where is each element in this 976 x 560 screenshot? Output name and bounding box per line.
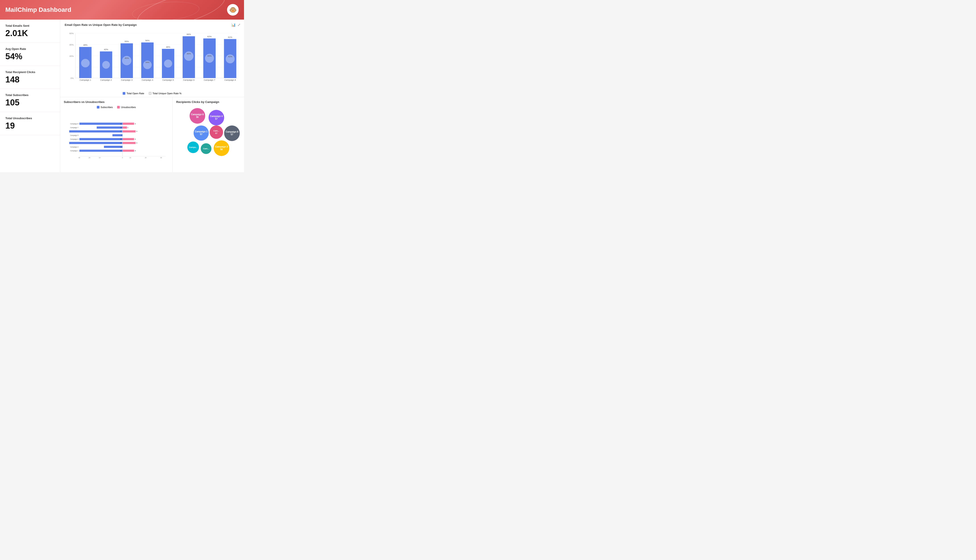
legend-subscribes-box: [97, 106, 99, 108]
bubble-chart-area: Campaign 656Campaign 457Campaign 157Cam.…: [176, 106, 241, 155]
svg-text:20%: 20%: [69, 55, 74, 57]
svg-text:10: 10: [129, 157, 131, 158]
expand-icon[interactable]: ⤢: [237, 23, 241, 27]
stat-label-total-subscribes: Total Subscribes: [5, 93, 55, 97]
stat-value-total-emails-sent: 2.01K: [5, 29, 55, 38]
legend-blue-box: [123, 92, 125, 95]
svg-text:37: 37: [120, 131, 122, 132]
svg-text:60%: 60%: [69, 32, 74, 35]
bubble-label: Campaign 4: [210, 115, 223, 118]
bubble-0: Campaign 656: [190, 108, 205, 124]
svg-rect-59: [123, 123, 134, 125]
svg-text:Campaign 7: Campaign 7: [70, 127, 79, 128]
svg-text:61%: 61%: [228, 36, 232, 38]
svg-text:Campaign 2: Campaign 2: [70, 146, 79, 148]
svg-text:40%: 40%: [69, 43, 74, 46]
legend-unique-open-rate: Total Unique Open Rate %: [149, 92, 182, 95]
bar-chart-svg: 60% 40% 20% 0% 49% Campaign 1 42% Campai…: [65, 29, 239, 91]
mailchimp-logo: 🐵: [227, 4, 239, 16]
stat-value-total-recipient-clicks: 148: [5, 75, 55, 85]
svg-text:40%: 40%: [207, 55, 212, 57]
svg-text:9: 9: [137, 142, 137, 144]
svg-rect-77: [123, 138, 134, 140]
svg-text:8: 8: [135, 150, 136, 152]
bubble-value: 56: [196, 116, 199, 118]
legend-unique-open-rate-label: Total Unique Open Rate %: [152, 92, 182, 95]
svg-text:Campaign 8: Campaign 8: [224, 79, 236, 81]
svg-text:13: 13: [120, 146, 122, 148]
svg-text:34%: 34%: [145, 61, 150, 63]
svg-text:Campaign 8: Campaign 8: [70, 123, 79, 125]
svg-rect-62: [97, 127, 123, 129]
svg-text:42%: 42%: [228, 55, 232, 58]
svg-rect-88: [79, 150, 122, 152]
bubble-label: Cam...: [213, 130, 219, 132]
svg-text:49%: 49%: [83, 44, 88, 46]
legend-outline-box: [149, 92, 151, 95]
main-content: Total Emails Sent 2.01K Avg Open Rate 54…: [0, 20, 244, 172]
svg-text:Campaign 1: Campaign 1: [80, 79, 91, 81]
email-open-rate-title: Email Open Rate vs Unique Open Rate by C…: [65, 23, 239, 27]
email-open-rate-chart: 📊 ⤢ Email Open Rate vs Unique Open Rate …: [60, 20, 244, 97]
svg-text:42%: 42%: [104, 48, 109, 51]
stat-value-total-unsubscribes: 19: [5, 121, 55, 131]
svg-text:9: 9: [137, 131, 137, 132]
bubble-chart: Recipients Clicks by Campaign Campaign 6…: [173, 97, 244, 172]
bubble-5: Campa...: [187, 142, 199, 153]
legend-subscribes: Subscribes: [97, 106, 113, 108]
bubble-label: Campaign 3: [215, 145, 228, 148]
stat-label-total-emails-sent: Total Emails Sent: [5, 24, 55, 27]
svg-text:62%: 62%: [207, 35, 212, 38]
legend-total-open-rate: Total Open Rate: [123, 92, 144, 95]
bubble-4: Campaign 857: [224, 125, 240, 141]
legend-total-open-rate-label: Total Open Rate: [127, 92, 144, 95]
bubble-value: 57: [200, 133, 202, 136]
bubble-label: Campaign 6: [191, 113, 204, 116]
subscribers-svg: 30 20 10 0 10 20 30 Campaign 8 30 8: [64, 110, 169, 168]
svg-text:Campaign 5: Campaign 5: [162, 79, 174, 81]
svg-rect-67: [69, 130, 122, 133]
svg-text:18: 18: [120, 127, 122, 128]
subscribers-legend: Subscribes Unsubscribes: [64, 106, 169, 108]
svg-text:20: 20: [89, 157, 90, 158]
charts-area: 📊 ⤢ Email Open Rate vs Unique Open Rate …: [60, 20, 244, 172]
svg-text:0: 0: [122, 157, 123, 158]
svg-rect-85: [104, 146, 122, 148]
svg-text:Campaign 6: Campaign 6: [183, 79, 194, 81]
svg-text:30: 30: [120, 138, 122, 140]
stat-label-total-recipient-clicks: Total Recipient Clicks: [5, 70, 55, 74]
bar-chart-area: 60% 40% 20% 0% 49% Campaign 1 42% Campai…: [65, 29, 239, 91]
stat-label-avg-open-rate: Avg Open Rate: [5, 47, 55, 51]
svg-point-11: [81, 59, 90, 67]
svg-point-29: [164, 60, 172, 68]
svg-text:56%: 56%: [145, 39, 150, 42]
legend-unsubscribes-box: [117, 106, 120, 108]
svg-text:30: 30: [160, 157, 162, 158]
bubble-label: Cam...: [203, 148, 209, 150]
svg-text:8: 8: [135, 123, 136, 125]
app-title: MailChimp Dashboard: [5, 6, 71, 13]
bubble-value: 57: [231, 133, 233, 136]
stat-label-total-unsubscribes: Total Unsubscribes: [5, 117, 55, 120]
stat-value-total-subscribes: 105: [5, 98, 55, 107]
stat-card-avg-open-rate: Avg Open Rate 54%: [0, 43, 60, 66]
bottom-charts: Subscribers vs Unsubscribes Subscribes U…: [60, 97, 244, 172]
open-rate-legend: Total Open Rate Total Unique Open Rate %: [65, 92, 239, 95]
bubble-3: Cam...57: [210, 125, 223, 139]
svg-text:Campaign 4: Campaign 4: [70, 138, 79, 140]
svg-rect-90: [123, 150, 134, 152]
subscribers-chart: Subscribers vs Unsubscribes Subscribes U…: [60, 97, 173, 172]
svg-text:45%: 45%: [125, 57, 129, 59]
svg-text:55%: 55%: [125, 40, 129, 43]
bar-chart-icon[interactable]: 📊: [231, 23, 236, 27]
svg-text:46%: 46%: [187, 52, 191, 55]
bubble-1: Campaign 457: [209, 110, 224, 125]
bubble-6: Cam...: [201, 143, 211, 154]
svg-rect-69: [123, 130, 135, 133]
bubble-value: 57: [215, 132, 217, 135]
bubble-chart-title: Recipients Clicks by Campaign: [176, 100, 241, 103]
bubble-label: Campaign 8: [226, 131, 239, 133]
bubble-value: 56: [220, 148, 222, 151]
bubble-2: Campaign 157: [194, 125, 209, 141]
svg-text:30: 30: [120, 123, 122, 125]
